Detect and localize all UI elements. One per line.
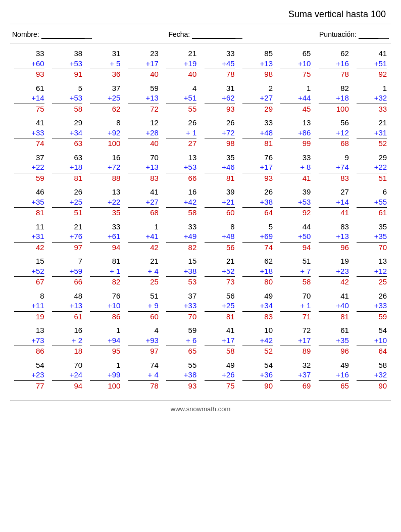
top-number: 6: [383, 187, 387, 197]
top-number: 58: [379, 360, 387, 370]
answer: 100: [336, 104, 349, 114]
answer: 56: [226, 243, 235, 253]
problem-1-6: 2+2729: [242, 83, 273, 114]
answer: 70: [188, 312, 197, 322]
problem-6-7: 51+ 758: [280, 256, 311, 287]
add-number: +93: [128, 335, 159, 347]
answer: 40: [150, 138, 159, 149]
top-number: 12: [150, 118, 159, 128]
add-number: + 2: [52, 335, 82, 347]
answer: 64: [264, 208, 273, 218]
nombre-field: Nombre: ___________: [12, 30, 92, 39]
problem-5-4: 33+4982: [166, 222, 196, 253]
problem-6-8: 19+2342: [319, 256, 349, 287]
top-number: 33: [264, 118, 273, 128]
add-number: +48: [205, 231, 235, 243]
add-number: +72: [90, 162, 120, 173]
problem-2-8: 56+1268: [319, 118, 349, 149]
answer: 91: [74, 69, 82, 79]
top-number: 51: [303, 256, 311, 266]
problem-9-3: 74+ 478: [128, 360, 159, 391]
add-number: +24: [52, 370, 82, 381]
answer: 59: [379, 312, 387, 322]
problem-0-3: 23+1740: [128, 49, 159, 79]
top-number: 37: [36, 153, 44, 163]
add-number: +37: [280, 370, 311, 381]
add-number: +11: [14, 301, 44, 312]
problem-4-7: 39+5392: [280, 187, 311, 218]
top-number: 70: [150, 153, 159, 163]
answer: 35: [112, 208, 121, 218]
top-number: 83: [340, 222, 349, 232]
problem-3-7: 33+ 841: [280, 153, 311, 183]
answer: 33: [379, 104, 387, 114]
top-number: 16: [74, 325, 82, 335]
add-number: + 5: [90, 59, 120, 70]
add-number: +44: [280, 93, 311, 104]
add-number: +38: [242, 197, 273, 208]
problem-5-3: 1+4142: [128, 222, 159, 253]
add-number: +19: [166, 59, 196, 70]
problem-7-0: 8+1119: [14, 291, 44, 322]
answer: 82: [188, 243, 197, 253]
problem-0-5: 33+4578: [205, 49, 235, 79]
top-number: 2: [269, 83, 273, 93]
top-number: 35: [226, 153, 235, 163]
answer: 55: [188, 104, 197, 114]
top-number: 1: [155, 222, 159, 232]
add-number: +21: [205, 197, 235, 208]
top-number: 74: [150, 360, 159, 370]
top-number: 48: [74, 291, 82, 301]
nombre-value[interactable]: ___________: [41, 30, 92, 39]
answer: 81: [226, 312, 235, 322]
answer: 95: [112, 346, 121, 356]
answer: 92: [303, 208, 311, 218]
problem-7-4: 37+3370: [166, 291, 196, 322]
top-number: 46: [36, 187, 44, 197]
problem-2-4: 26+ 127: [166, 118, 196, 149]
problem-row-7: 8+111948+136176+108651+ 96037+337056+258…: [10, 291, 391, 322]
add-number: +33: [357, 301, 387, 312]
add-number: +52: [205, 266, 235, 277]
puntuacion-value[interactable]: _____: [359, 30, 389, 39]
problem-1-8: 82+18100: [319, 83, 349, 114]
add-number: +10: [357, 335, 387, 347]
problem-1-0: 61+1475: [14, 83, 44, 114]
answer: 65: [188, 346, 197, 356]
top-number: 72: [303, 325, 311, 335]
problem-1-2: 37+2562: [90, 83, 120, 114]
add-number: +45: [205, 59, 235, 70]
top-number: 26: [188, 118, 197, 128]
answer: 94: [303, 243, 311, 253]
problem-2-3: 12+2840: [128, 118, 159, 149]
add-number: +26: [205, 370, 235, 381]
problem-2-1: 29+3463: [52, 118, 82, 149]
top-number: 33: [226, 49, 235, 59]
answer: 58: [303, 277, 311, 287]
add-number: +60: [14, 59, 44, 70]
problem-row-1: 61+14755+535837+256259+13724+515531+6293…: [10, 83, 391, 114]
answer: 42: [340, 277, 349, 287]
top-number: 8: [116, 118, 120, 128]
problem-1-3: 59+1372: [128, 83, 159, 114]
answer: 74: [36, 138, 44, 149]
add-number: +27: [242, 93, 273, 104]
problem-row-2: 41+337429+34638+9210012+284026+ 12726+72…: [10, 118, 391, 149]
problem-7-2: 76+1086: [90, 291, 120, 322]
problem-4-1: 26+2551: [52, 187, 82, 218]
problem-4-0: 46+3581: [14, 187, 44, 218]
top-number: 7: [78, 256, 82, 266]
problem-8-4: 59+ 665: [166, 325, 196, 356]
top-number: 5: [78, 83, 82, 93]
answer: 99: [303, 138, 311, 149]
add-number: +31: [357, 128, 387, 139]
add-number: +72: [205, 128, 235, 139]
top-number: 39: [226, 187, 235, 197]
top-number: 4: [155, 325, 159, 335]
fecha-value[interactable]: ___________: [192, 30, 242, 39]
problem-8-9: 54+1064: [357, 325, 387, 356]
top-number: 62: [340, 49, 349, 59]
problem-3-8: 9+7483: [319, 153, 349, 183]
problem-3-0: 37+2259: [14, 153, 44, 183]
problem-9-6: 54+3690: [242, 360, 273, 391]
